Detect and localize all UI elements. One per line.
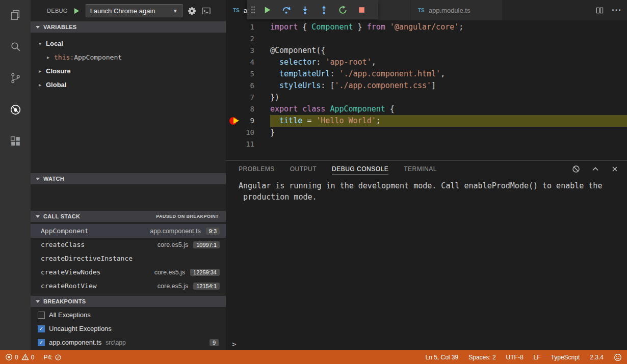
start-debug-button[interactable] xyxy=(73,7,81,15)
step-into-button[interactable] xyxy=(297,3,313,17)
code-text[interactable]: templateUrl: './app.component.html', xyxy=(270,68,627,80)
code-line: 4 selector: 'app-root', xyxy=(226,57,627,68)
code-token xyxy=(270,116,279,125)
glyph-margin[interactable] xyxy=(226,92,241,103)
variables-row[interactable]: ▸Closure xyxy=(31,64,226,78)
frame-location: app.component.ts9:3 xyxy=(150,228,220,235)
code-token xyxy=(385,22,390,32)
configure-gear-icon[interactable] xyxy=(188,7,196,15)
frame-name: createDirectiveInstance xyxy=(41,255,133,262)
code-token: ; xyxy=(376,116,381,125)
scm-status[interactable]: P4: xyxy=(43,354,62,361)
continue-button[interactable] xyxy=(259,3,275,17)
stack-frame-row[interactable]: AppComponentapp.component.ts9:3 xyxy=(31,224,226,238)
breakpoint-row[interactable]: ✓Uncaught Exceptions xyxy=(31,322,226,335)
code-token: } xyxy=(353,22,367,32)
glyph-margin[interactable] xyxy=(226,127,241,138)
variables-row[interactable]: ▸Global xyxy=(31,78,226,92)
warnings-indicator[interactable]: 0 xyxy=(21,353,35,361)
code-text[interactable] xyxy=(270,33,627,45)
more-actions-icon[interactable]: ··· xyxy=(612,5,622,15)
stack-frame-row[interactable]: createViewNodescore.es5.js12259:34 xyxy=(31,265,226,279)
maximize-panel-icon[interactable] xyxy=(591,165,599,173)
code-text[interactable]: export class AppComponent { xyxy=(270,103,627,115)
code-text[interactable]: }) xyxy=(270,92,627,103)
breakpoint-checkbox[interactable]: ✓ xyxy=(38,339,45,346)
file-type-icon: TS xyxy=(233,8,240,13)
encoding-setting[interactable]: UTF-8 xyxy=(506,354,524,361)
line-number: 6 xyxy=(241,80,254,92)
glyph-margin[interactable] xyxy=(226,33,241,45)
eol-setting[interactable]: LF xyxy=(534,354,541,361)
glyph-margin[interactable] xyxy=(226,57,241,68)
open-debug-console-icon[interactable] xyxy=(201,6,211,16)
breakpoint-checkbox[interactable] xyxy=(38,312,45,319)
stack-frame-row[interactable]: createRootViewcore.es5.js12154:1 xyxy=(31,279,226,293)
glyph-margin[interactable] xyxy=(226,115,241,127)
panel-tab-debug-console[interactable]: DEBUG CONSOLE xyxy=(332,163,388,175)
panel-tab-terminal[interactable]: TERMINAL xyxy=(404,163,437,175)
code-line: 7}) xyxy=(226,92,627,103)
glyph-margin[interactable] xyxy=(226,68,241,80)
code-token: export xyxy=(270,104,298,114)
code-token: Component xyxy=(311,22,353,32)
code-text[interactable]: } xyxy=(270,127,627,138)
variables-section-header[interactable]: VARIABLES xyxy=(31,21,226,33)
variables-row[interactable]: ▸this: AppComponent xyxy=(31,50,226,64)
code-editor[interactable]: 1import { Component } from '@angular/cor… xyxy=(226,20,627,160)
debug-console-output[interactable]: Angular is running in the development mo… xyxy=(226,177,627,338)
code-text[interactable] xyxy=(270,138,627,150)
glyph-margin[interactable] xyxy=(226,138,241,150)
call-stack-section-header[interactable]: CALL STACK PAUSED ON BREAKPOINT xyxy=(31,211,226,222)
watch-section-title: WATCH xyxy=(43,176,64,182)
cursor-position[interactable]: Ln 5, Col 39 xyxy=(425,354,458,361)
breakpoint-checkbox[interactable]: ✓ xyxy=(38,325,45,332)
watch-section-header[interactable]: WATCH xyxy=(31,173,226,184)
line-number: 1 xyxy=(241,21,254,33)
search-icon[interactable] xyxy=(9,40,22,53)
code-line: 9 title = 'Hello World'; xyxy=(226,115,627,127)
breakpoint-row[interactable]: All Exceptions xyxy=(31,308,226,322)
breakpoints-section-header[interactable]: BREAKPOINTS xyxy=(31,296,226,307)
debug-icon[interactable] xyxy=(9,103,22,116)
restart-button[interactable] xyxy=(335,3,351,17)
errors-indicator[interactable]: 0 xyxy=(5,353,18,361)
panel-tab-output[interactable]: OUTPUT xyxy=(290,163,317,175)
explorer-icon[interactable] xyxy=(9,8,22,21)
feedback-smiley-icon[interactable] xyxy=(614,353,622,361)
glyph-margin[interactable] xyxy=(226,45,241,57)
code-text[interactable]: import { Component } from '@angular/core… xyxy=(270,21,627,33)
toolbar-drag-handle-icon[interactable] xyxy=(251,6,255,14)
scope-label: Closure xyxy=(46,67,70,75)
step-out-button[interactable] xyxy=(316,3,332,17)
panel-actions xyxy=(572,161,619,177)
code-text[interactable]: @Component({ xyxy=(270,45,627,57)
extensions-icon[interactable] xyxy=(9,134,22,148)
stack-frame-row[interactable]: createClasscore.es5.js10997:1 xyxy=(31,238,226,251)
code-text[interactable]: styleUrls: ['./app.component.css'] xyxy=(270,80,627,92)
glyph-margin[interactable] xyxy=(226,21,241,33)
editor-tab[interactable]: TSapp.module.ts xyxy=(411,0,503,20)
stack-frame-row[interactable]: createDirectiveInstance xyxy=(31,251,226,265)
glyph-margin[interactable] xyxy=(226,103,241,115)
clear-console-icon[interactable] xyxy=(572,165,580,173)
indentation-setting[interactable]: Spaces: 2 xyxy=(468,354,495,361)
launch-config-dropdown[interactable]: Launch Chrome again ▼ xyxy=(86,4,182,17)
typescript-version[interactable]: 2.3.4 xyxy=(590,354,604,361)
panel-tab-problems[interactable]: PROBLEMS xyxy=(239,163,275,175)
line-number: 11 xyxy=(241,138,254,150)
console-output-line: production mode. xyxy=(239,191,627,203)
glyph-margin[interactable] xyxy=(226,80,241,92)
split-editor-icon[interactable] xyxy=(596,7,604,14)
code-text[interactable]: title = 'Hello World'; xyxy=(270,115,627,127)
stop-button[interactable] xyxy=(354,3,370,17)
variables-row[interactable]: ▾Local xyxy=(31,37,226,50)
language-mode[interactable]: TypeScript xyxy=(551,354,580,361)
step-over-button[interactable] xyxy=(278,3,294,17)
code-text[interactable]: selector: 'app-root', xyxy=(270,57,627,68)
close-panel-icon[interactable] xyxy=(611,165,619,173)
breakpoint-row[interactable]: ✓app.component.tssrc\app9 xyxy=(31,335,226,349)
source-control-icon[interactable] xyxy=(9,71,22,85)
debug-toolbar xyxy=(247,0,378,19)
code-line: 5 templateUrl: './app.component.html', xyxy=(226,68,627,80)
